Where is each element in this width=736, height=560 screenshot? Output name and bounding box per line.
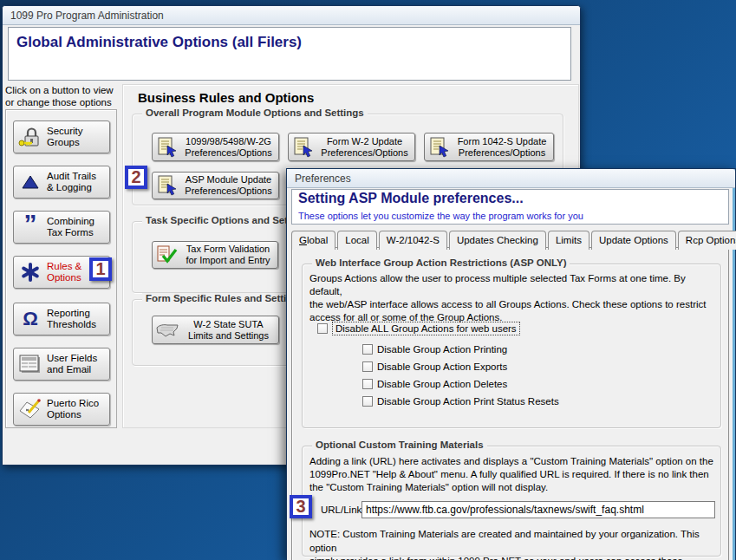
- sidebar-item-label: Security Groups: [47, 126, 83, 149]
- tab-w2-1042s[interactable]: W-2/1042-S: [379, 231, 447, 250]
- url-link-label: URL/Link:: [321, 505, 365, 515]
- preferences-tab-bar: Global Local W-2/1042-S Updates Checking…: [291, 228, 736, 250]
- doc-pointer-icon: [289, 137, 318, 158]
- checkbox-icon[interactable]: [362, 361, 373, 372]
- main-window-titlebar[interactable]: 1099 Pro Program Administration: [3, 6, 580, 25]
- checkbox-icon[interactable]: [362, 396, 373, 407]
- checkbox-row-disable-all-group-actions[interactable]: Disable ALL Group Actions for web users: [317, 322, 520, 335]
- triangle-icon: [14, 173, 47, 192]
- double-quote-icon: ”: [14, 219, 47, 236]
- button-label: Form W-2 Update Preferences/Options: [318, 136, 414, 159]
- button-label: ASP Module Update Preferences/Options: [182, 174, 278, 197]
- group-web-interface-restrictions: Web Interface Group Action Restrictions …: [302, 264, 721, 428]
- checkbox-icon[interactable]: [362, 344, 373, 355]
- sidebar-item-label: Reporting Thresholds: [47, 308, 96, 331]
- section-title: Business Rules and Options: [138, 90, 314, 105]
- tab-updates-checking[interactable]: Updates Checking: [449, 231, 546, 250]
- checkbox-label[interactable]: Disable Group Action Printing: [377, 344, 507, 355]
- sidebar-button-user-fields-email[interactable]: User Fields and Email: [13, 348, 110, 381]
- preferences-titlebar[interactable]: Preferences: [287, 169, 735, 188]
- sidebar-button-audit-trails[interactable]: Audit Trails & Logging: [13, 166, 110, 199]
- page-title: Global Administrative Options (all Filer…: [16, 34, 302, 51]
- button-label: Tax Form Validation for Import and Entry: [182, 244, 277, 266]
- url-link-input[interactable]: [361, 501, 715, 518]
- sidebar-button-reporting-thresholds[interactable]: Ω Reporting Thresholds: [13, 303, 110, 335]
- tab-rcp-options[interactable]: Rcp Options: [678, 231, 736, 250]
- tab-global[interactable]: Global: [291, 231, 335, 250]
- button-1042s-update-preferences[interactable]: Form 1042-S Update Preferences/Options: [424, 133, 554, 161]
- checkbox-icon[interactable]: [317, 323, 328, 334]
- button-label: W-2 State SUTA Limits and Settings: [182, 319, 278, 342]
- tab-limits[interactable]: Limits: [548, 231, 589, 250]
- sidebar-item-label: Combining Tax Forms: [47, 216, 94, 239]
- checkbox-label[interactable]: Disable Group Action Print Status Resets: [377, 396, 559, 407]
- step-marker-1: 1: [89, 257, 112, 281]
- group-custom-training-materials: Optional Custom Training Materials Addin…: [302, 446, 721, 557]
- checkbox-row-disable-deletes[interactable]: Disable Group Action Deletes: [362, 379, 507, 389]
- preferences-title: Preferences: [295, 173, 351, 185]
- step-marker-3: 3: [290, 495, 312, 518]
- checkbox-label[interactable]: Disable Group Action Exports: [377, 361, 507, 372]
- sidebar-button-combining-tax-forms[interactable]: ” Combining Tax Forms: [13, 211, 110, 244]
- group-label: Optional Custom Training Materials: [312, 440, 487, 450]
- asterisk-icon: [14, 262, 47, 283]
- doc-check-icon: [153, 244, 182, 265]
- checkbox-icon[interactable]: [362, 379, 373, 389]
- button-w2-state-suta-limits[interactable]: W-2 State SUTA Limits and Settings: [152, 316, 279, 344]
- sidebar-hint-text: Click on a button to view or change thos…: [5, 84, 123, 108]
- doc-pointer-icon: [153, 175, 182, 196]
- button-asp-module-update-preferences[interactable]: ASP Module Update Preferences/Options: [152, 172, 279, 199]
- checkbox-label[interactable]: Disable ALL Group Actions for web users: [332, 322, 520, 335]
- button-tax-form-validation[interactable]: Tax Form Validation for Import and Entry: [152, 241, 278, 269]
- checkbox-label[interactable]: Disable Group Action Deletes: [377, 379, 507, 389]
- preferences-header-panel: Setting ASP Module preferences... These …: [291, 189, 729, 225]
- restrictions-description: Groups Actions allow the user to process…: [309, 272, 719, 324]
- group-label: Form Specific Rules and Settings: [142, 293, 308, 303]
- group-label: Web Interface Group Action Restrictions …: [312, 257, 570, 268]
- sidebar-item-label: Puerto Rico Options: [47, 398, 99, 421]
- preferences-window: Preferences Setting ASP Module preferenc…: [286, 168, 736, 560]
- doc-pointer-icon: [153, 137, 182, 158]
- lock-key-icon: [14, 126, 47, 148]
- checkbox-row-disable-printing[interactable]: Disable Group Action Printing: [362, 344, 507, 355]
- tab-local[interactable]: Local: [337, 231, 377, 250]
- group-asp-tab-panel: Web Interface Group Action Restrictions …: [291, 247, 729, 560]
- checkbox-row-disable-exports[interactable]: Disable Group Action Exports: [362, 361, 507, 372]
- step-marker-2: 2: [125, 166, 147, 189]
- button-label: 1099/98/5498/W-2G Preferences/Options: [182, 136, 278, 159]
- omega-icon: Ω: [14, 310, 47, 329]
- tab-update-options[interactable]: Update Options: [591, 231, 676, 250]
- sidebar-item-label: Rules & Options: [47, 261, 81, 284]
- training-description: Adding a link (URL) here activates and d…: [309, 455, 719, 494]
- preferences-subheading: These options let you customize the way …: [298, 211, 583, 221]
- training-note: NOTE: Custom Training Materials are crea…: [309, 528, 717, 560]
- preferences-heading: Setting ASP Module preferences...: [298, 191, 524, 206]
- sidebar-button-puerto-rico[interactable]: Puerto Rico Options: [13, 393, 110, 426]
- button-1099-preferences[interactable]: 1099/98/5498/W-2G Preferences/Options: [152, 133, 279, 161]
- doc-pointer-icon: [425, 137, 454, 158]
- button-label: Form 1042-S Update Preferences/Options: [454, 136, 553, 159]
- group-label: Overall Program Module Options and Setti…: [142, 107, 368, 118]
- pencil-note-icon: [14, 398, 47, 420]
- us-map-icon: [153, 322, 182, 339]
- form-fields-icon: [14, 354, 47, 374]
- sidebar-item-label: Audit Trails & Logging: [47, 171, 96, 194]
- sidebar-button-security-groups[interactable]: Security Groups: [13, 120, 110, 153]
- main-window-title: 1099 Pro Program Administration: [10, 10, 164, 22]
- button-w2-update-preferences[interactable]: Form W-2 Update Preferences/Options: [288, 133, 415, 161]
- main-header-panel: Global Administrative Options (all Filer…: [8, 27, 571, 81]
- checkbox-row-disable-print-status-resets[interactable]: Disable Group Action Print Status Resets: [362, 396, 559, 407]
- sidebar-item-label: User Fields and Email: [47, 353, 97, 376]
